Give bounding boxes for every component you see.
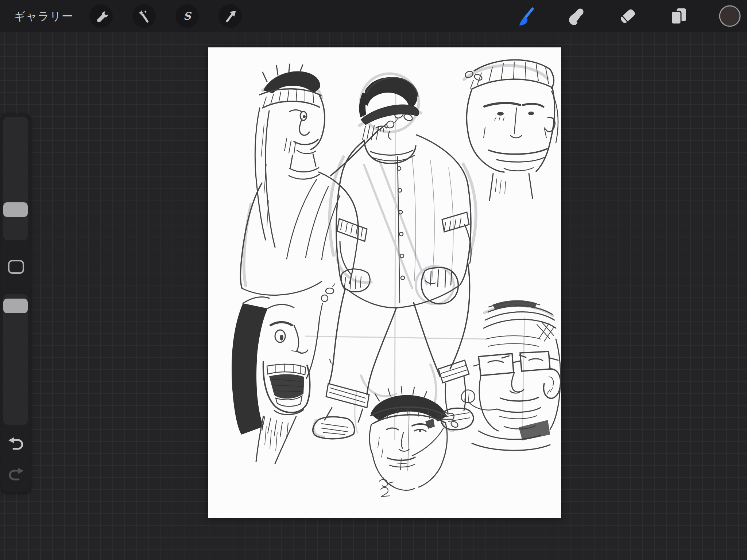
opacity-slider-handle[interactable]	[3, 299, 28, 313]
smudge-tool-button[interactable]	[566, 6, 587, 26]
layers-button[interactable]	[668, 6, 689, 26]
sidebar	[1, 114, 31, 493]
eraser-icon	[618, 6, 638, 26]
sketch-head-top-right	[464, 60, 558, 201]
gallery-button[interactable]: ギャラリー	[14, 0, 73, 32]
transform-button[interactable]	[218, 4, 242, 28]
sketch-glasses-head-right	[461, 300, 561, 450]
undo-icon	[8, 436, 24, 451]
sketch-artwork	[208, 47, 561, 518]
brush-size-slider-handle[interactable]	[3, 202, 28, 217]
selection-button[interactable]: S	[175, 4, 199, 28]
selection-s-icon: S	[180, 9, 194, 23]
top-toolbar: ギャラリー S	[0, 0, 747, 32]
undo-button[interactable]	[8, 436, 24, 452]
modify-button[interactable]	[8, 260, 24, 274]
smudge-finger-icon	[566, 6, 587, 26]
move-arrow-icon	[223, 9, 237, 23]
drawing-canvas[interactable]	[208, 47, 561, 518]
paint-tool-button[interactable]	[516, 6, 536, 26]
brush-size-slider[interactable]	[3, 117, 28, 240]
procreate-app: ギャラリー S	[0, 0, 747, 560]
adjustments-button[interactable]	[132, 4, 156, 28]
wrench-icon	[94, 9, 108, 23]
redo-icon	[8, 467, 24, 482]
svg-text:S: S	[183, 10, 192, 22]
actions-button[interactable]	[89, 4, 113, 28]
workspace-background	[0, 32, 747, 560]
color-swatch	[719, 5, 741, 27]
erase-tool-button[interactable]	[618, 6, 638, 26]
layers-icon	[668, 6, 689, 26]
magic-wand-icon	[137, 9, 151, 23]
color-swatch-button[interactable]	[719, 5, 741, 27]
opacity-slider[interactable]	[3, 294, 28, 425]
redo-button[interactable]	[8, 467, 24, 483]
paintbrush-icon	[516, 6, 536, 26]
